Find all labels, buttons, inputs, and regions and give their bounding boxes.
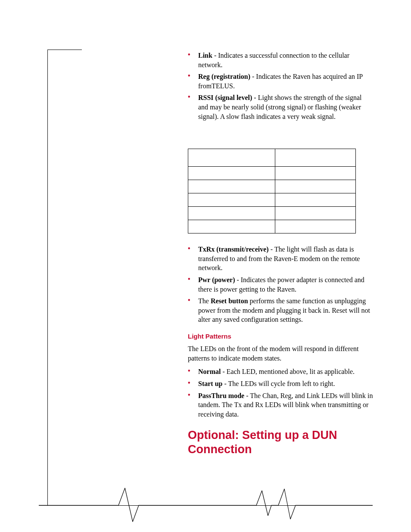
rssi-table [188,149,356,233]
list-item: RSSI (signal level) - Light shows the st… [188,93,373,121]
heading-dun-connection: Optional: Setting up a DUN Connection [188,428,373,456]
frame-bottom-line [39,505,373,506]
spacer [188,233,373,240]
bullet-text: Each LED, mentioned above, lit as applic… [227,368,355,375]
table-cell [188,220,275,233]
bullet-sep: - [212,52,218,59]
list-item: PassThru mode - The Chan, Reg, and Link … [188,391,373,419]
bullet-sep: - [269,246,274,253]
list-item: Reg (registration) - Indicates the Raven… [188,72,373,90]
frame-top-stub [47,50,82,50]
bullet-term: Reset button [211,297,248,305]
bullet-sep: - [250,73,256,80]
list-item: The Reset button performs the same funct… [188,296,373,324]
table-row [188,167,356,180]
table-cell [188,193,275,207]
bullet-prefix: The [198,297,211,305]
indicator-bullet-list-mid: TxRx (transmit/receive) - The light will… [188,245,373,324]
bullet-term: Pwr (power) [198,276,235,283]
table-cell [188,207,275,220]
bullet-sep: - [235,276,240,283]
indicator-bullet-list-top: Link - Indicates a successful connection… [188,51,373,121]
table-cell [275,193,356,207]
table-header-cell [188,149,275,167]
list-item: Normal - Each LED, mentioned above, lit … [188,367,373,376]
bullet-sep: - [244,392,250,399]
bullet-term: RSSI (signal level) [198,94,252,101]
pattern-bullet-list: Normal - Each LED, mentioned above, lit … [188,367,373,419]
table-row [188,180,356,193]
list-item: Start up - The LEDs will cycle from left… [188,379,373,389]
frame-vertical-line [47,50,48,505]
bullet-term: Reg (registration) [198,73,250,80]
table-row [188,207,356,220]
subheading-light-patterns: Light Patterns [188,332,373,341]
main-content: Link - Indicates a successful connection… [188,51,373,456]
bullet-term: Start up [198,380,222,387]
bullet-sep: - [252,94,258,101]
table-row [188,220,356,233]
table-cell [275,220,356,233]
bullet-sep: - [222,380,228,387]
bullet-term: PassThru mode [198,392,244,399]
bullet-term: Link [198,52,212,59]
table-header-row [188,149,356,167]
table-cell [188,167,275,180]
list-item: TxRx (transmit/receive) - The light will… [188,245,373,273]
bullet-term: Normal [198,368,221,375]
table-cell [188,180,275,193]
bullet-sep: - [221,368,226,375]
intro-paragraph: The LEDs on the front of the modem will … [188,344,373,363]
bullet-text: The LEDs will cycle from left to right. [228,380,335,387]
table-header-cell [275,149,356,167]
bullet-term: TxRx (transmit/receive) [198,246,269,253]
spacer [188,124,373,149]
list-item: Pwr (power) - Indicates the power adapte… [188,275,373,294]
list-item: Link - Indicates a successful connection… [188,51,373,69]
table-row [188,193,356,207]
table-cell [275,180,356,193]
spacer [188,240,373,245]
table-cell [275,207,356,220]
table-cell [275,167,356,180]
bullet-text: Indicates a successful connection to the… [198,52,349,68]
document-page: Link - Indicates a successful connection… [0,0,411,532]
